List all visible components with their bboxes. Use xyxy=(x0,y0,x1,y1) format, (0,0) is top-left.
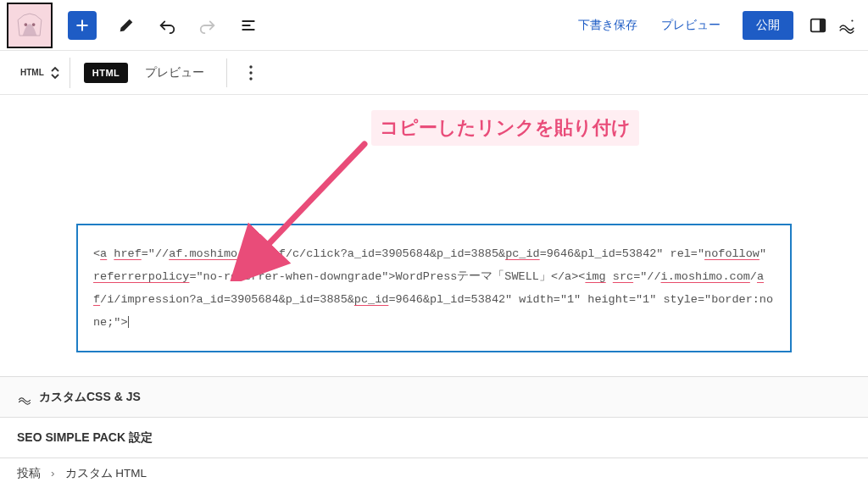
code-token-underlined: af.moshimo.com xyxy=(169,247,264,260)
seo-simple-pack-label: SEO SIMPLE PACK 設定 xyxy=(17,430,153,446)
block-mover-label: HTML xyxy=(20,68,44,77)
annotation-callout: コピーしたリンクを貼り付け xyxy=(371,110,639,146)
svg-point-8 xyxy=(250,77,253,80)
svg-point-6 xyxy=(250,65,253,68)
code-token-underlined: src xyxy=(613,270,633,283)
code-token-underlined: af xyxy=(272,247,286,260)
editor-top-toolbar: 下書き保存 プレビュー 公開 xyxy=(0,0,868,51)
code-token xyxy=(606,270,613,283)
kebab-icon xyxy=(249,65,253,80)
code-token: " xyxy=(760,247,766,260)
svg-rect-4 xyxy=(820,19,825,31)
code-token-underlined: href xyxy=(114,247,141,260)
svg-point-7 xyxy=(250,71,253,74)
code-token-underlined: pc_id xyxy=(505,247,540,260)
block-breadcrumb: 投稿 › カスタム HTML xyxy=(0,458,868,488)
save-draft-button[interactable]: 下書き保存 xyxy=(566,11,649,40)
site-thumbnail[interactable] xyxy=(7,3,53,48)
svg-point-5 xyxy=(851,19,853,21)
swell-settings-button[interactable] xyxy=(832,11,861,40)
undo-button[interactable] xyxy=(153,11,181,40)
edit-mode-button[interactable] xyxy=(112,11,141,40)
add-block-button[interactable] xyxy=(68,11,97,40)
code-token-underlined: img xyxy=(585,270,605,283)
document-overview-button[interactable] xyxy=(234,11,263,40)
code-token-underlined: a xyxy=(100,247,107,260)
code-token: / xyxy=(750,270,757,283)
list-view-icon xyxy=(240,17,257,34)
block-more-options[interactable] xyxy=(237,59,264,86)
seo-simple-pack-panel[interactable]: SEO SIMPLE PACK 設定 xyxy=(0,417,868,458)
code-token-underlined: i.moshimo.com xyxy=(661,270,750,283)
preview-button[interactable]: プレビュー xyxy=(649,11,732,40)
editor-canvas: コピーしたリンクを貼り付け <a href="//af.moshimo.com/… xyxy=(0,95,868,380)
block-mover-stepper[interactable] xyxy=(51,66,59,80)
plus-icon xyxy=(74,17,91,34)
breadcrumb-current: カスタム HTML xyxy=(65,466,147,481)
toolbar-separator xyxy=(226,58,227,87)
publish-button[interactable]: 公開 xyxy=(743,11,793,40)
block-preview-tab[interactable]: プレビュー xyxy=(133,58,216,87)
settings-panel-toggle[interactable] xyxy=(804,11,832,40)
swell-feather-icon xyxy=(17,390,32,405)
code-token-underlined: referrerpolicy xyxy=(93,270,189,283)
custom-css-js-label: カスタムCSS & JS xyxy=(39,390,141,405)
code-token: /c/click?a_id=3905684&p_id=3885& xyxy=(286,247,505,260)
pencil-icon xyxy=(117,16,136,35)
redo-button[interactable] xyxy=(193,11,222,40)
chevron-up-icon xyxy=(51,66,59,73)
custom-html-textarea[interactable]: <a href="//af.moshimo.com/af/c/click?a_i… xyxy=(76,224,792,352)
anime-avatar-icon xyxy=(8,4,51,47)
code-token: ="no-referrer-when-downgrade">WordPressテ… xyxy=(189,270,585,283)
code-token-underlined: pc_id xyxy=(354,293,389,306)
code-token: < xyxy=(93,247,100,260)
bottom-panels: カスタムCSS & JS SEO SIMPLE PACK 設定 投稿 › カスタ… xyxy=(0,376,868,488)
text-caret xyxy=(128,316,129,328)
swell-logo-icon xyxy=(837,16,856,35)
block-type-chip[interactable]: HTML xyxy=(84,63,129,83)
breadcrumb-separator: › xyxy=(51,467,55,480)
block-mover[interactable]: HTML xyxy=(10,58,70,88)
sidebar-panel-icon xyxy=(809,16,827,35)
code-token: =9646&pl_id=53842" rel=" xyxy=(540,247,704,260)
code-token: / xyxy=(265,247,272,260)
code-token: ="// xyxy=(142,247,169,260)
undo-icon xyxy=(158,16,176,35)
code-token-underlined: nofollow xyxy=(704,247,760,260)
code-token: ="// xyxy=(633,270,660,283)
svg-point-2 xyxy=(32,23,36,26)
block-toolbar: HTML HTML プレビュー xyxy=(0,51,868,95)
breadcrumb-root[interactable]: 投稿 xyxy=(17,466,41,481)
custom-css-js-panel[interactable]: カスタムCSS & JS xyxy=(0,376,868,417)
redo-icon xyxy=(198,16,217,35)
code-token: /i/impression?a_id=3905684&p_id=3885& xyxy=(100,293,354,306)
chevron-down-icon xyxy=(51,73,59,80)
svg-point-1 xyxy=(25,23,28,26)
